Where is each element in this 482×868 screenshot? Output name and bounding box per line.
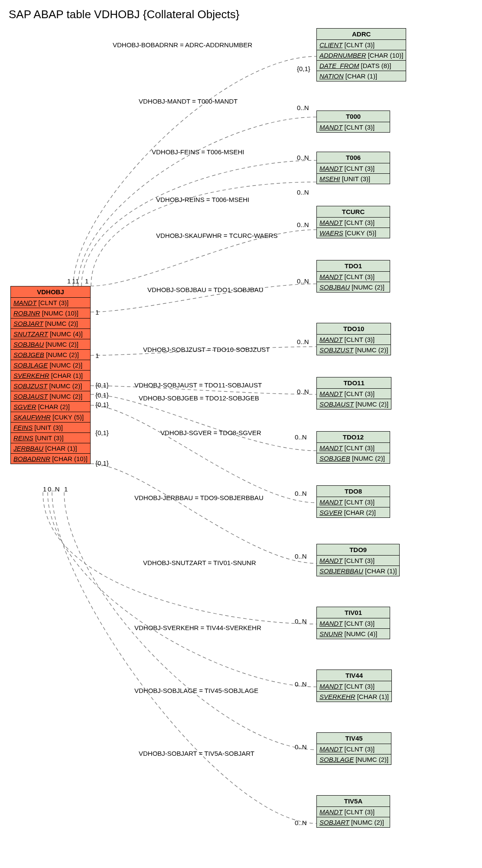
entity-tdo10: TDO10MANDT [CLNT (3)]SOBJZUST [NUMC (2)] [316,323,391,355]
entity-field: JERBBAU [CHAR (1)] [11,443,90,454]
entity-field: MANDT [CLNT (3)] [317,163,390,174]
entity-field: MSEHI [UNIT (3)] [317,174,390,184]
entity-header: VDHOBJ [11,286,90,298]
entity-header: TIV5A [317,796,390,807]
entity-field: MANDT [CLNT (3)] [317,335,391,345]
entity-field: DATE_FROM [DATS (8)] [317,61,406,71]
cardinality-right: 0..N [295,618,307,625]
entity-field: SKAUFWHR [CUKY (5)] [11,412,90,423]
entity-field: MANDT [CLNT (3)] [317,122,390,132]
edge-label: VDHOBJ-JERBBAU = TDO9-SOBJERBBAU [134,494,264,501]
entity-field: MANDT [CLNT (3)] [317,218,390,228]
entity-field: SOBJART [NUMC (2)] [317,817,390,827]
cardinality-left: {0,1} [95,401,109,408]
entity-field: SOBJLAGE [NUMC (2)] [11,360,90,371]
edge-label: VDHOBJ-SOBJART = TIV5A-SOBJART [139,750,254,757]
entity-field: MANDT [CLNT (3)] [11,298,90,308]
entity-header: TDO1 [317,260,390,272]
entity-field: MANDT [CLNT (3)] [317,618,390,629]
cardinality-right: 0..N [297,338,309,345]
entity-header: T006 [317,152,390,163]
cardinality-left: {0,1} [95,381,109,389]
cardinality-right: 0..N [297,277,309,285]
edge-label: VDHOBJ-SGVER = TDO8-SGVER [160,429,261,436]
entity-field: MANDT [CLNT (3)] [317,807,390,817]
entity-field: MANDT [CLNT (3)] [317,681,391,692]
cardinality-left: 1 [64,485,68,493]
entity-field: SOBJBAU [NUMC (2)] [11,339,90,350]
entity-field: NATION [CHAR (1)] [317,71,406,81]
entity-field: SNUTZART [NUMC (4)] [11,329,90,339]
cardinality-right: 0..N [297,154,309,161]
edge-label: VDHOBJ-SVERKEHR = TIV44-SVERKEHR [134,624,261,631]
entity-field: BOBADRNR [CHAR (10)] [11,454,90,464]
entity-field: ROBJNR [NUMC (10)] [11,308,90,319]
edge-label: VDHOBJ-REINS = T006-MSEHI [156,196,249,203]
entity-tdo11: TDO11MANDT [CLNT (3)]SOBJAUST [NUMC (2)] [316,377,391,410]
edge-label: VDHOBJ-SKAUFWHR = TCURC-WAERS [156,232,277,239]
edge-label: VDHOBJ-FEINS = T006-MSEHI [152,148,244,156]
cardinality-right: 0..N [297,388,309,395]
entity-field: MANDT [CLNT (3)] [317,556,399,566]
edge-label: VDHOBJ-SOBJBAU = TDO1-SOBJBAU [147,286,264,293]
edge-label: VDHOBJ-MANDT = T000-MANDT [139,98,238,105]
entity-tiv5a: TIV5AMANDT [CLNT (3)]SOBJART [NUMC (2)] [316,795,390,828]
entity-tdo9: TDO9MANDT [CLNT (3)]SOBJERBBAU [CHAR (1)… [316,544,400,576]
edge-label: VDHOBJ-SOBJLAGE = TIV45-SOBJLAGE [134,687,258,694]
cardinality-right: 0..N [295,680,307,688]
entity-field: SVERKEHR [CHAR (1)] [317,692,391,702]
entity-field: SGVER [CHAR (2)] [317,507,390,517]
cardinality-left: {0,1} [95,391,109,399]
entity-field: SOBJGEB [NUMC (2)] [11,350,90,360]
entity-header: TCURC [317,206,390,218]
entity-field: MANDT [CLNT (3)] [317,497,390,507]
entity-field: SOBJAUST [NUMC (2)] [317,399,391,409]
entity-header: TIV44 [317,670,391,681]
cardinality-left: 1 [95,309,99,316]
cardinality-right: {0,1} [297,65,310,72]
entity-field: WAERS [CUKY (5)] [317,228,390,238]
entity-vdhobj: VDHOBJ MANDT [CLNT (3)]ROBJNR [NUMC (10)… [10,286,91,464]
cardinality-left: 1 [75,277,79,285]
diagram-title: SAP ABAP table VDHOBJ {Collateral Object… [9,8,239,21]
edge-label: VDHOBJ-SOBJGEB = TDO12-SOBJGEB [139,394,259,402]
entity-tiv45: TIV45MANDT [CLNT (3)]SOBJLAGE [NUMC (2)] [316,732,391,765]
entity-t006: T006MANDT [CLNT (3)]MSEHI [UNIT (3)] [316,152,390,184]
entity-field: FEINS [UNIT (3)] [11,423,90,433]
entity-header: TDO9 [317,544,399,556]
cardinality-right: 0..N [297,104,309,111]
entity-field: ADDRNUMBER [CHAR (10)] [317,50,406,61]
cardinality-right: 0..N [295,553,307,560]
cardinality-left: 0..N [48,485,60,493]
cardinality-right: 0..N [295,490,307,497]
entity-field: MANDT [CLNT (3)] [317,389,391,399]
entity-field: MANDT [CLNT (3)] [317,272,390,282]
entity-header: TDO11 [317,377,391,389]
entity-field: SVERKEHR [CHAR (1)] [11,371,90,381]
entity-header: TIV01 [317,607,390,618]
entity-header: ADRC [317,29,406,40]
cardinality-right: 0..N [297,189,309,196]
cardinality-right: 0..N [297,221,309,228]
cardinality-right: 0..N [295,819,307,826]
entity-field: MANDT [CLNT (3)] [317,744,391,754]
entity-tdo12: TDO12MANDT [CLNT (3)]SOBJGEB [NUMC (2)] [316,431,390,464]
entity-field: CLIENT [CLNT (3)] [317,40,406,50]
cardinality-right: 0..N [295,433,307,441]
entity-field: SOBJERBBAU [CHAR (1)] [317,566,399,576]
entity-header: TDO8 [317,486,390,497]
entity-tdo1: TDO1MANDT [CLNT (3)]SOBJBAU [NUMC (2)] [316,260,390,293]
cardinality-left: {0,1} [95,429,109,436]
cardinality-left: 1 [67,277,71,285]
entity-header: TDO10 [317,323,391,335]
edge-label: VDHOBJ-SOBJAUST = TDO11-SOBJAUST [134,381,262,389]
cardinality-left: 1 [95,352,99,359]
edge-label: VDHOBJ-BOBADRNR = ADRC-ADDRNUMBER [113,41,252,49]
cardinality-left: {0,1} [95,459,109,467]
entity-header: TDO12 [317,432,390,443]
entity-field: SNUNR [NUMC (4)] [317,629,390,639]
edge-label: VDHOBJ-SNUTZART = TIV01-SNUNR [143,559,256,566]
entity-tdo8: TDO8MANDT [CLNT (3)]SGVER [CHAR (2)] [316,485,390,518]
entity-field: SOBJGEB [NUMC (2)] [317,453,390,463]
entity-header: TIV45 [317,733,391,744]
